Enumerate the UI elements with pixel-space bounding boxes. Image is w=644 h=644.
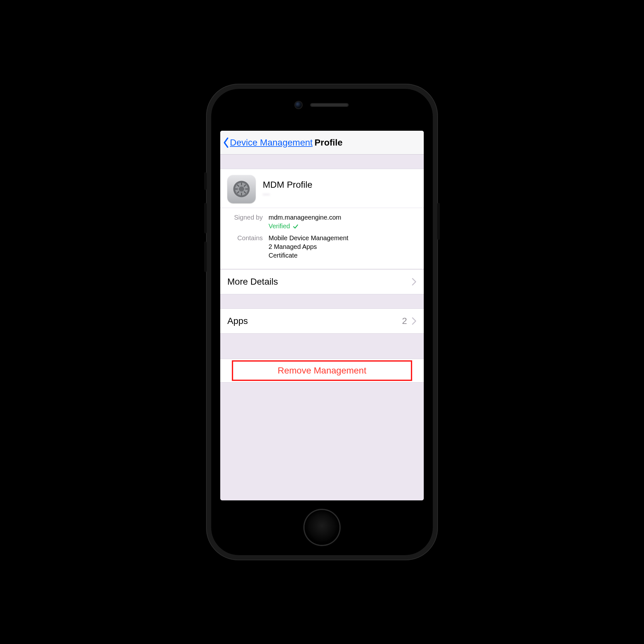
home-button[interactable] — [305, 510, 339, 545]
signed-by-value: mdm.manageengine.com — [269, 213, 341, 222]
front-camera-icon — [295, 102, 302, 108]
highlight-box: Remove Management — [232, 360, 412, 381]
more-details-row[interactable]: More Details — [220, 269, 424, 294]
chevron-right-icon — [412, 317, 417, 325]
profile-info: Signed by mdm.manageengine.com Verified — [220, 208, 424, 269]
contains-label: Contains — [227, 234, 263, 260]
profile-card: MDM Profile — Signed by mdm.manageengine… — [220, 169, 424, 269]
apps-label: Apps — [227, 316, 248, 326]
power-button — [437, 203, 440, 240]
chevron-left-icon — [223, 137, 229, 148]
settings-app-icon — [227, 175, 256, 203]
checkmark-icon — [293, 223, 298, 229]
profile-header: MDM Profile — — [220, 169, 424, 208]
remove-management-button[interactable]: Remove Management — [278, 365, 366, 376]
verified-label: Verified — [269, 222, 290, 231]
volume-up-button — [204, 203, 207, 233]
remove-management-row: Remove Management — [220, 359, 424, 383]
speaker-grille-icon — [310, 103, 349, 107]
contains-item-1: 2 Managed Apps — [269, 242, 348, 251]
verified-badge: Verified — [269, 222, 341, 231]
navbar: Device Management Profile — [220, 131, 424, 155]
page-title: Profile — [315, 137, 343, 148]
contains-item-2: Certificate — [269, 251, 348, 260]
more-details-label: More Details — [227, 277, 278, 287]
signed-by-label: Signed by — [227, 213, 263, 231]
chevron-right-icon — [412, 278, 417, 286]
svg-point-2 — [239, 186, 244, 192]
apps-row[interactable]: Apps 2 — [220, 308, 424, 334]
back-label: Device Management — [230, 137, 313, 148]
contains-item-0: Mobile Device Management — [269, 234, 348, 242]
apps-count: 2 — [402, 316, 407, 326]
screen: Device Management Profile — [220, 131, 424, 500]
profile-name: MDM Profile — [263, 180, 312, 190]
volume-down-button — [204, 241, 207, 272]
profile-org: — — [263, 190, 312, 198]
sensor-bar — [295, 102, 349, 108]
iphone-frame: Device Management Profile — [206, 84, 438, 560]
gear-icon — [232, 180, 251, 198]
mute-switch — [204, 172, 207, 190]
back-button[interactable]: Device Management — [223, 137, 313, 148]
